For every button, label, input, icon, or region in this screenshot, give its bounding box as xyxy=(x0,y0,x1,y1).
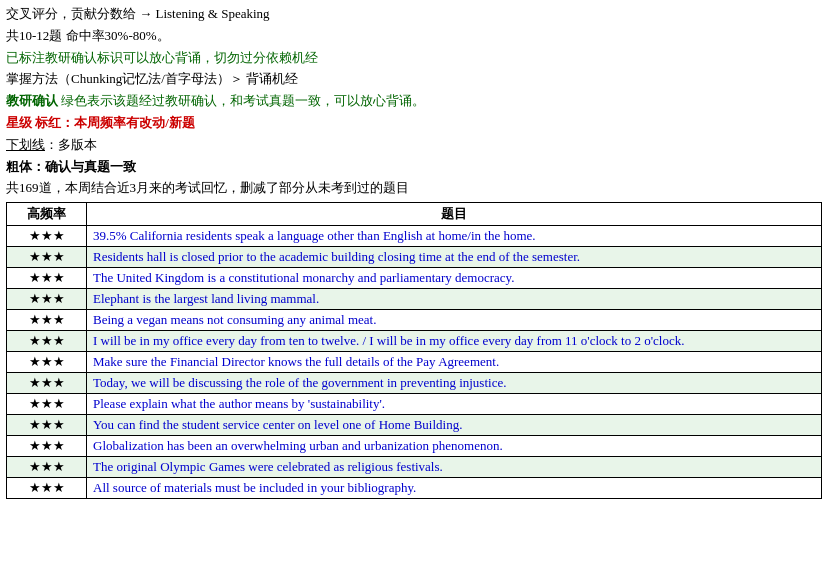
research-label: 教研确认 xyxy=(6,93,58,108)
star-rating: ★★★ xyxy=(7,289,87,310)
table-header-row: 高频率 题目 xyxy=(7,203,822,226)
topic-text: Please explain what the author means by … xyxy=(87,394,822,415)
line-total: 共169道，本周结合近3月来的考试回忆，删减了部分从未考到过的题目 xyxy=(6,178,822,199)
col-header-freq: 高频率 xyxy=(7,203,87,226)
line-research: 教研确认 绿色表示该题经过教研确认，和考试真题一致，可以放心背诵。 xyxy=(6,91,822,112)
star-rating: ★★★ xyxy=(7,268,87,289)
star-rating: ★★★ xyxy=(7,373,87,394)
star-rating: ★★★ xyxy=(7,331,87,352)
table-row: ★★★Elephant is the largest land living m… xyxy=(7,289,822,310)
table-row: ★★★Residents hall is closed prior to the… xyxy=(7,247,822,268)
star-rating: ★★★ xyxy=(7,478,87,499)
topic-text: The original Olympic Games were celebrat… xyxy=(87,457,822,478)
bold-content: 粗体：确认与真题一致 xyxy=(6,159,136,174)
table-row: ★★★I will be in my office every day from… xyxy=(7,331,822,352)
table-row: ★★★Today, we will be discussing the role… xyxy=(7,373,822,394)
underline-label: 下划线 xyxy=(6,137,45,152)
table-row: ★★★The United Kingdom is a constitutiona… xyxy=(7,268,822,289)
topic-text: 39.5% California residents speak a langu… xyxy=(87,226,822,247)
line-count: 共10-12题 命中率30%-80%。 xyxy=(6,26,822,47)
star-rating: ★★★ xyxy=(7,457,87,478)
topic-text: Being a vegan means not consuming any an… xyxy=(87,310,822,331)
line-star: 星级 标红：本周频率有改动/新题 xyxy=(6,113,822,134)
table-row: ★★★The original Olympic Games were celeb… xyxy=(7,457,822,478)
table-row: ★★★39.5% California residents speak a la… xyxy=(7,226,822,247)
star-rating: ★★★ xyxy=(7,310,87,331)
star-rating: ★★★ xyxy=(7,352,87,373)
line-bold: 粗体：确认与真题一致 xyxy=(6,157,822,178)
underline-content: ：多版本 xyxy=(45,137,97,152)
star-rating: ★★★ xyxy=(7,415,87,436)
star-rating: ★★★ xyxy=(7,436,87,457)
topic-text: Today, we will be discussing the role of… xyxy=(87,373,822,394)
topic-text: You can find the student service center … xyxy=(87,415,822,436)
line-cross-eval: 交叉评分，贡献分数给 → Listening & Speaking xyxy=(6,4,822,25)
topic-text: Residents hall is closed prior to the ac… xyxy=(87,247,822,268)
table-row: ★★★Make sure the Financial Director know… xyxy=(7,352,822,373)
line-underline: 下划线：多版本 xyxy=(6,135,822,156)
table-row: ★★★You can find the student service cent… xyxy=(7,415,822,436)
table-row: ★★★Globalization has been an overwhelmin… xyxy=(7,436,822,457)
topics-table: 高频率 题目 ★★★39.5% California residents spe… xyxy=(6,202,822,499)
star-prefix: 星级 xyxy=(6,115,32,130)
star-rating: ★★★ xyxy=(7,394,87,415)
topic-text: The United Kingdom is a constitutional m… xyxy=(87,268,822,289)
table-row: ★★★Please explain what the author means … xyxy=(7,394,822,415)
table-row: ★★★Being a vegan means not consuming any… xyxy=(7,310,822,331)
research-content: 绿色表示该题经过教研确认，和考试真题一致，可以放心背诵。 xyxy=(61,93,425,108)
topic-text: I will be in my office every day from te… xyxy=(87,331,822,352)
star-suffix: 标红：本周频率有改动/新题 xyxy=(35,115,195,130)
line-memorize: 已标注教研确认标识可以放心背诵，切勿过分依赖机经 xyxy=(6,48,822,69)
topic-text: All source of materials must be included… xyxy=(87,478,822,499)
table-row: ★★★All source of materials must be inclu… xyxy=(7,478,822,499)
topic-text: Globalization has been an overwhelming u… xyxy=(87,436,822,457)
star-rating: ★★★ xyxy=(7,226,87,247)
main-container: 交叉评分，贡献分数给 → Listening & Speaking 共10-12… xyxy=(0,0,828,503)
line-method: 掌握方法（Chunking记忆法/首字母法）＞ 背诵机经 xyxy=(6,69,822,90)
col-header-topic: 题目 xyxy=(87,203,822,226)
topic-text: Make sure the Financial Director knows t… xyxy=(87,352,822,373)
star-rating: ★★★ xyxy=(7,247,87,268)
topic-text: Elephant is the largest land living mamm… xyxy=(87,289,822,310)
